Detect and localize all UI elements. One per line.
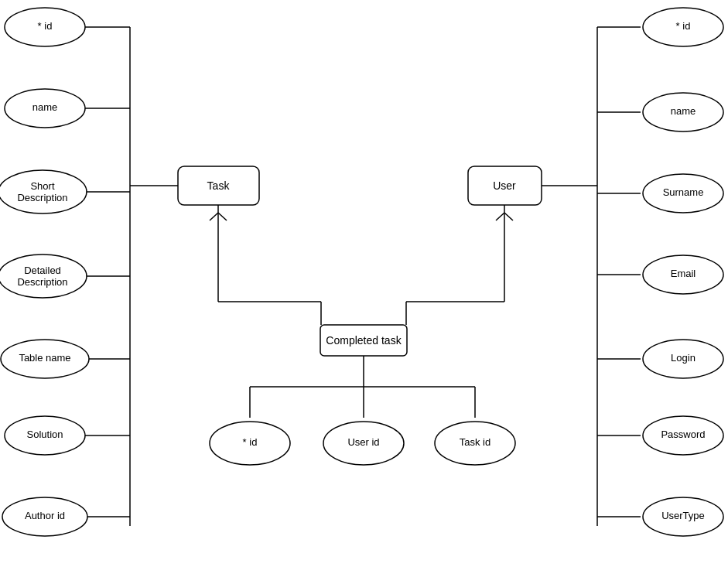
ct-attr-task-id-label: Task id <box>460 436 490 448</box>
task-attr-detailed-desc-label: Detailed <box>24 265 61 276</box>
user-attr-id-label: * id <box>676 20 691 32</box>
task-label: Task <box>207 179 231 192</box>
er-diagram: Task User Completed task <box>0 0 728 567</box>
task-attr-detailed-desc-label2: Description <box>17 276 67 288</box>
user-attr-usertype-label: UserType <box>661 510 705 521</box>
svg-line-25 <box>504 213 513 220</box>
task-attr-author-id-label: Author id <box>25 510 65 521</box>
ct-attr-user-id-label: User id <box>347 436 379 448</box>
task-attr-table-name-label: Table name <box>19 352 70 364</box>
ct-attr-id-label: * id <box>243 436 258 448</box>
task-attr-id-label: * id <box>38 20 53 32</box>
task-attr-name-label: name <box>32 101 58 113</box>
svg-line-24 <box>496 213 504 220</box>
user-attr-surname-label: Surname <box>663 186 704 198</box>
task-attr-short-desc-label2: Description <box>17 192 67 203</box>
task-attr-short-desc-label: Short <box>30 180 54 192</box>
svg-line-11 <box>218 213 227 220</box>
completed-task-label: Completed task <box>326 334 402 347</box>
task-attr-solution-label: Solution <box>27 429 63 440</box>
user-label: User <box>493 179 516 192</box>
user-attr-login-label: Login <box>671 352 696 364</box>
user-attr-email-label: Email <box>671 268 696 279</box>
user-attr-password-label: Password <box>661 429 705 440</box>
svg-line-10 <box>210 213 218 220</box>
user-attr-name-label: name <box>671 105 696 117</box>
